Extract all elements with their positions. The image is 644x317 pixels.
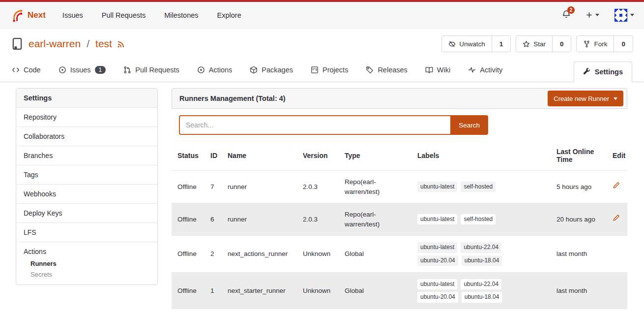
repo-icon	[11, 37, 24, 50]
label-badge: self-hosted	[461, 182, 496, 192]
sidebar-item-actions[interactable]: Actions	[24, 248, 150, 255]
label-badge: ubuntu-20.04	[417, 255, 458, 266]
fork-button-group: Fork 0	[576, 35, 633, 52]
runner-last-online: 20 hours ago	[551, 203, 607, 236]
nav-link-pull-requests[interactable]: Pull Requests	[102, 11, 146, 19]
repo-tabbar: Code Issues 1 Pull Requests Actions	[0, 58, 644, 82]
nav-link-issues[interactable]: Issues	[62, 11, 83, 19]
eye-slash-icon	[448, 40, 456, 48]
label-badge: ubuntu-20.04	[417, 292, 458, 302]
page-title: Runners Management (Total: 4)	[179, 95, 286, 102]
watchers-count[interactable]: 1	[492, 36, 511, 52]
sidebar-item-collaborators[interactable]: Collaborators	[16, 127, 157, 146]
runner-last-online: 5 hours ago	[551, 171, 607, 203]
tab-packages[interactable]: Packages	[250, 58, 293, 82]
runner-id: 6	[205, 203, 222, 236]
rss-feed-icon[interactable]	[117, 40, 125, 48]
edit-runner-button[interactable]	[613, 214, 620, 222]
user-menu[interactable]	[614, 8, 634, 22]
repo-owner-link[interactable]: earl-warren	[29, 38, 81, 50]
runner-name: next_actions_runner	[222, 236, 297, 273]
sidebar-item-lfs[interactable]: LFS	[16, 222, 157, 242]
tab-projects-label: Projects	[322, 66, 348, 74]
runner-status: Offline	[172, 236, 205, 273]
col-version: Version	[297, 141, 339, 171]
label-badge: ubuntu-latest	[417, 214, 457, 224]
nav-links: Issues Pull Requests Milestones Explore	[62, 11, 241, 19]
repo-name-link[interactable]: test	[95, 38, 112, 50]
book-open-icon	[425, 66, 433, 74]
sidebar-item-tags[interactable]: Tags	[16, 165, 157, 184]
forgejo-logo-icon	[10, 8, 24, 22]
stars-count[interactable]: 0	[552, 36, 571, 52]
forgejo-home-link[interactable]: Next	[10, 8, 46, 22]
tab-actions[interactable]: Actions	[197, 58, 233, 82]
sidebar-item-deploy-keys[interactable]: Deploy Keys	[16, 203, 157, 222]
nav-link-explore[interactable]: Explore	[217, 11, 241, 19]
avatar	[614, 8, 628, 22]
git-pull-request-icon	[123, 66, 131, 74]
search-input[interactable]	[179, 115, 450, 135]
table-row: Offline 2 next_actions_runner Unknown Gl…	[172, 236, 627, 273]
forks-count[interactable]: 0	[614, 36, 633, 52]
fork-label: Fork	[594, 40, 607, 48]
tab-settings[interactable]: Settings	[574, 62, 632, 82]
tab-releases[interactable]: Releases	[366, 58, 407, 82]
runners-table: Status ID Name Version Type Labels Last …	[172, 141, 627, 309]
play-circle-icon	[197, 66, 205, 74]
pulse-icon	[468, 66, 476, 74]
plus-icon	[585, 11, 593, 19]
runner-version: Unknown	[297, 273, 339, 309]
repo-title: earl-warren/test	[11, 37, 125, 50]
runner-type: Global	[339, 236, 411, 273]
create-new-runner-button[interactable]: Create new Runner	[548, 91, 623, 106]
nav-link-milestones[interactable]: Milestones	[164, 11, 198, 19]
table-header-row: Status ID Name Version Type Labels Last …	[172, 141, 627, 171]
runner-version: Unknown	[297, 236, 339, 273]
package-icon	[250, 66, 258, 74]
tab-pull-requests-label: Pull Requests	[135, 66, 179, 74]
tab-projects[interactable]: Projects	[311, 58, 348, 82]
runner-status: Offline	[172, 171, 205, 203]
notifications-button[interactable]: 2	[562, 10, 571, 21]
tab-pull-requests[interactable]: Pull Requests	[123, 58, 179, 82]
label-badge: ubuntu-latest	[417, 182, 457, 192]
tab-settings-label: Settings	[595, 68, 623, 76]
tab-activity[interactable]: Activity	[468, 58, 502, 82]
star-button[interactable]: Star	[516, 36, 552, 52]
issues-count-badge: 1	[95, 66, 106, 74]
repo-action-buttons: Unwatch 1 Star 0	[441, 35, 633, 52]
tab-actions-label: Actions	[209, 66, 233, 74]
fork-button[interactable]: Fork	[577, 36, 614, 52]
label-badge: ubuntu-22.04	[461, 242, 501, 253]
sidebar-item-branches[interactable]: Branches	[16, 146, 157, 165]
sidebar-item-repository[interactable]: Repository	[16, 107, 157, 127]
sidebar-group-actions: Actions Runners Secrets	[16, 242, 157, 285]
fork-icon	[583, 40, 590, 48]
search-button[interactable]: Search	[450, 115, 488, 135]
sidebar-item-secrets[interactable]: Secrets	[30, 271, 150, 278]
chevron-down-icon	[595, 14, 599, 16]
star-button-group: Star 0	[516, 35, 571, 52]
runner-name: runner	[222, 203, 297, 236]
star-icon	[523, 40, 530, 48]
sidebar-item-runners[interactable]: Runners	[30, 260, 150, 267]
table-row: Offline 1 next_starter_runner Unknown Gl…	[172, 273, 627, 309]
edit-runner-button[interactable]	[613, 182, 620, 189]
label-badge: ubuntu-18.04	[462, 255, 502, 266]
runner-search-form: Search	[179, 115, 488, 135]
tools-icon	[583, 68, 591, 76]
unwatch-button[interactable]: Unwatch	[442, 36, 492, 52]
tab-code[interactable]: Code	[12, 58, 41, 82]
label-badge: self-hosted	[461, 214, 496, 224]
runner-last-online: last month	[551, 236, 607, 273]
table-row: Offline 7 runner 2.0.3 Repo(earl-warren/…	[172, 171, 627, 203]
runner-type: Repo(earl-warren/test)	[339, 203, 411, 236]
table-row: Offline 6 runner 2.0.3 Repo(earl-warren/…	[172, 203, 627, 236]
sidebar-actions-children: Runners Secrets	[30, 260, 150, 278]
create-new-menu[interactable]	[585, 11, 599, 19]
sidebar-item-webhooks[interactable]: Webhooks	[16, 184, 157, 203]
tab-issues[interactable]: Issues 1	[59, 58, 106, 82]
watch-button-group: Unwatch 1	[441, 35, 511, 52]
tab-wiki[interactable]: Wiki	[425, 58, 450, 82]
